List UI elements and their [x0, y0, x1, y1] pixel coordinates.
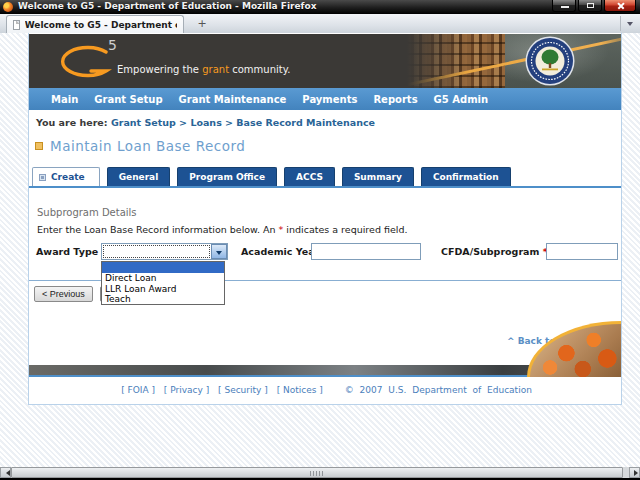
browser-tab[interactable]: Welcome to G5 - Department of Edu...	[6, 15, 184, 33]
page-title-bullet-icon	[35, 142, 43, 150]
nav-item-g5-admin[interactable]: G5 Admin	[434, 94, 489, 105]
chevron-down-icon	[216, 251, 222, 258]
window-controls	[550, 0, 636, 12]
restore-button[interactable]	[578, 0, 602, 12]
page-title-row: Maintain Loan Base Record	[35, 138, 245, 154]
select-dropdown-button[interactable]	[211, 244, 227, 259]
chevron-down-icon	[627, 22, 633, 29]
tab-confirmation[interactable]: Confirmation	[421, 167, 511, 186]
copyright-text: © 2007 U.S. Department of Education	[345, 385, 532, 395]
g5-logo-icon	[54, 43, 112, 83]
header-tagline: Empowering the grant community.	[117, 64, 290, 75]
minimize-button[interactable]	[552, 0, 576, 12]
footer-link-notices[interactable]: [ Notices ]	[277, 385, 323, 395]
nav-item-grant-setup[interactable]: Grant Setup	[94, 94, 162, 105]
site-header-banner: 5 Empowering the grant community.	[29, 34, 621, 88]
footer-links: [ FOIA ] [ Privacy ] [ Security ] [ Noti…	[29, 385, 621, 395]
nav-item-main[interactable]: Main	[51, 94, 78, 105]
browser-tab-title: Welcome to G5 - Department of Edu...	[25, 20, 177, 30]
header-photo	[407, 34, 621, 88]
footer-link-security[interactable]: [ Security ]	[218, 385, 268, 395]
tab-program-office[interactable]: Program Office	[177, 167, 277, 186]
cfda-subprogram-label: CFDA/Subprogram *	[441, 246, 548, 257]
nav-item-reports[interactable]: Reports	[373, 94, 417, 105]
g5-logo-five: 5	[108, 37, 117, 53]
award-type-select[interactable]	[101, 243, 228, 260]
page-title: Maintain Loan Base Record	[50, 138, 245, 154]
classroom-corner-image	[527, 321, 621, 377]
cfda-subprogram-input[interactable]	[546, 243, 618, 260]
create-tab-icon	[39, 174, 46, 181]
scroll-left-button[interactable]	[0, 467, 11, 478]
window-title: Welcome to G5 - Department of Education …	[18, 1, 317, 11]
previous-button[interactable]: < Previous	[34, 286, 93, 302]
dropdown-option-teach[interactable]: Teach	[102, 294, 224, 305]
new-tab-button[interactable]: +	[192, 17, 212, 30]
wizard-tabs: Create General Program Office ACCS Summa…	[32, 167, 518, 186]
scroll-right-button[interactable]	[629, 467, 640, 478]
list-all-tabs-button[interactable]	[620, 16, 638, 31]
browser-tabstrip: Welcome to G5 - Department of Edu... +	[0, 14, 640, 33]
page-favicon-icon	[13, 20, 20, 30]
main-nav: Main Grant Setup Grant Maintenance Payme…	[29, 88, 621, 110]
dropdown-option-blank[interactable]	[102, 262, 224, 273]
form-row: Award Type * Academic Year * CFDA/Subpro…	[29, 243, 621, 261]
education-seal-icon	[525, 36, 575, 86]
award-type-label: Award Type *	[36, 246, 106, 257]
dropdown-option-direct-loan[interactable]: Direct Loan	[102, 273, 224, 284]
nav-item-grant-maintenance[interactable]: Grant Maintenance	[179, 94, 287, 105]
page-content: 5 Empowering the grant community.	[28, 33, 622, 405]
tab-create[interactable]: Create	[32, 167, 100, 186]
section-title: Subprogram Details	[37, 207, 137, 218]
footer-link-privacy[interactable]: [ Privacy ]	[164, 385, 209, 395]
page-viewport: 5 Empowering the grant community.	[0, 33, 640, 467]
dropdown-option-llr-loan-award[interactable]: LLR Loan Award	[102, 283, 224, 294]
breadcrumb-path[interactable]: Grant Setup > Loans > Base Record Mainte…	[111, 117, 375, 128]
breadcrumb-prefix: You are here:	[36, 117, 111, 128]
horizontal-scrollbar[interactable]	[0, 467, 640, 478]
form-instructions: Enter the Loan Base Record information b…	[37, 224, 407, 235]
academic-year-input[interactable]	[311, 243, 421, 260]
scrollbar-thumb[interactable]	[11, 467, 623, 478]
close-button[interactable]	[604, 0, 636, 12]
award-type-dropdown-list: Direct Loan LLR Loan Award Teach	[101, 261, 225, 305]
titlebar: Welcome to G5 - Department of Education …	[0, 0, 640, 14]
scroll-right-icon	[634, 470, 640, 476]
firefox-icon	[3, 2, 13, 12]
tab-underline	[29, 186, 621, 188]
tab-general[interactable]: General	[107, 167, 171, 186]
browser-window: Welcome to G5 - Department of Education …	[0, 0, 640, 480]
scrollbar-grip-icon	[310, 471, 324, 476]
tab-summary[interactable]: Summary	[342, 167, 414, 186]
breadcrumb: You are here: Grant Setup > Loans > Base…	[36, 117, 375, 128]
footer-link-foia[interactable]: [ FOIA ]	[121, 385, 155, 395]
minimize-icon	[561, 6, 569, 8]
select-focus-outline	[103, 245, 210, 258]
scroll-left-icon	[3, 470, 10, 476]
restore-icon	[587, 3, 594, 8]
nav-item-payments[interactable]: Payments	[302, 94, 357, 105]
tab-accs[interactable]: ACCS	[284, 167, 335, 186]
